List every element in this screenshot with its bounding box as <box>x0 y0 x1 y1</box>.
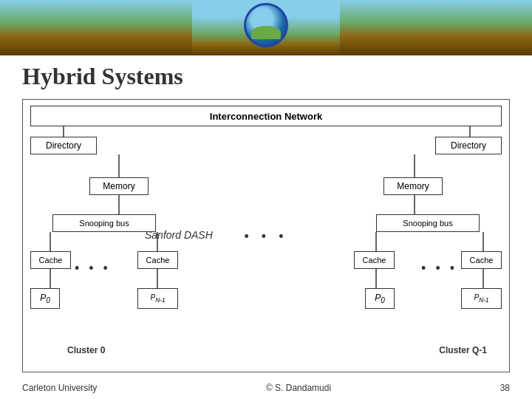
right-snooping-bus: Snooping bus <box>376 214 480 232</box>
right-p0-box: P0 <box>365 288 395 309</box>
slide-title: Hybrid Systems <box>22 63 510 90</box>
globe-icon <box>244 3 288 47</box>
right-pn-box: PN-1 <box>461 288 502 309</box>
left-directory-box: Directory <box>30 137 97 154</box>
left-dots: • • • <box>75 261 111 276</box>
diagram-area: Interconnection Network Directory Direct… <box>22 99 510 372</box>
cluster0-label: Cluster 0 <box>67 345 105 355</box>
right-memory-box: Memory <box>383 177 443 195</box>
left-memory-box: Memory <box>89 177 149 195</box>
main-content: Hybrid Systems <box>0 55 532 372</box>
right-directory-box: Directory <box>435 137 502 154</box>
university-label: Carleton University <box>22 383 97 393</box>
center-dots: • • • <box>245 229 288 245</box>
banner-right <box>340 0 532 55</box>
banner-left <box>0 0 192 55</box>
clusterQ-label: Cluster Q-1 <box>439 345 487 355</box>
banner-center <box>192 0 340 55</box>
left-snooping-bus: Snooping bus <box>52 214 156 232</box>
header-banner <box>0 0 532 55</box>
left-cache2-box: Cache <box>137 251 178 269</box>
sanford-dash-label: Sanford DASH <box>145 229 213 241</box>
footer: Carleton University © S. Dandamudi 38 <box>0 383 532 393</box>
copyright-label: © S. Dandamudi <box>266 383 331 393</box>
right-dots: • • • <box>421 261 457 276</box>
interconnection-network-bar: Interconnection Network <box>30 106 502 126</box>
slide-number: 38 <box>500 383 510 393</box>
left-p0-box: P0 <box>30 288 60 309</box>
left-cache1-box: Cache <box>30 251 71 269</box>
right-cache2-box: Cache <box>461 251 502 269</box>
left-pn-box: PN-1 <box>137 288 178 309</box>
right-cache1-box: Cache <box>354 251 395 269</box>
